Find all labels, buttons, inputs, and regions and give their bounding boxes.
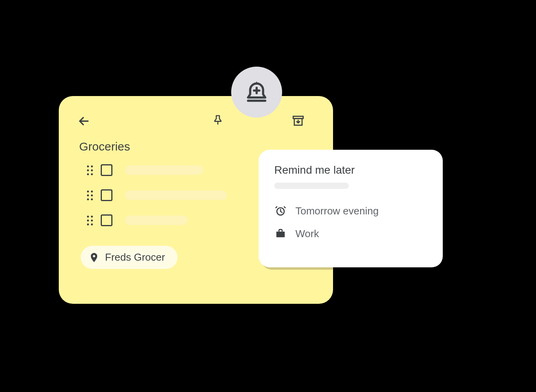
reminder-title: Remind me later	[274, 164, 427, 176]
add-reminder-button[interactable]	[231, 67, 282, 118]
briefcase-icon	[274, 227, 287, 240]
drag-handle-icon[interactable]	[87, 191, 93, 200]
note-toolbar	[77, 110, 315, 132]
reminder-panel: Remind me later Tomorrow evening Work	[259, 150, 443, 267]
reminder-option-place[interactable]: Work	[274, 227, 427, 240]
drag-handle-icon[interactable]	[87, 165, 93, 175]
svg-rect-6	[276, 232, 284, 238]
arrow-back-icon	[77, 114, 91, 128]
reminder-option-time[interactable]: Tomorrow evening	[274, 205, 427, 217]
location-label: Freds Grocer	[105, 251, 165, 263]
pin-icon	[212, 114, 224, 127]
checkbox[interactable]	[101, 164, 112, 176]
checkbox[interactable]	[101, 189, 112, 201]
archive-button[interactable]	[292, 114, 306, 128]
alarm-clock-icon	[274, 205, 287, 217]
checkbox[interactable]	[101, 214, 112, 226]
pin-button[interactable]	[212, 114, 226, 128]
drag-handle-icon[interactable]	[87, 216, 93, 225]
item-text-placeholder	[125, 216, 188, 225]
bell-plus-icon	[244, 79, 270, 105]
archive-icon	[292, 114, 305, 127]
back-button[interactable]	[77, 114, 91, 128]
item-text-placeholder	[125, 165, 203, 175]
reminder-place-label: Work	[295, 228, 319, 240]
location-chip[interactable]: Freds Grocer	[81, 246, 177, 269]
location-pin-icon	[89, 252, 100, 263]
reminder-time-label: Tomorrow evening	[295, 205, 378, 217]
item-text-placeholder	[125, 191, 227, 200]
reminder-subtitle-placeholder	[274, 183, 349, 189]
